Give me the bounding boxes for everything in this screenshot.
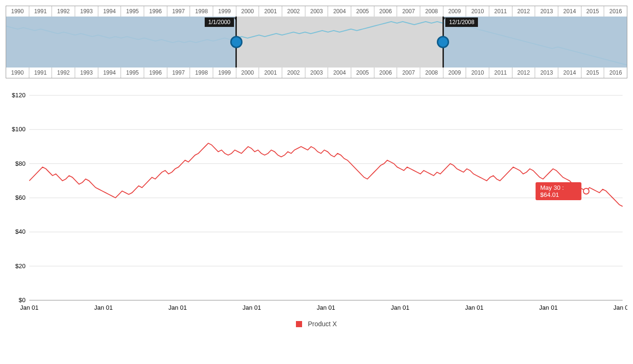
navigator-year-label: 2006: [374, 68, 398, 78]
range-start-tooltip: 1/1/2000: [205, 17, 234, 27]
svg-text:$60: $60: [15, 194, 26, 201]
navigator-year-label: 2000: [236, 68, 260, 78]
svg-text:$120: $120: [12, 92, 26, 99]
navigator-year-label: 1995: [121, 6, 144, 17]
navigator-year-label: 2016: [604, 68, 627, 78]
data-point-marker-icon: [583, 188, 590, 195]
navigator-year-label: 1999: [213, 68, 236, 78]
navigator-mask-left: [6, 17, 236, 68]
navigator-year-label: 2016: [604, 6, 627, 17]
svg-text:$100: $100: [12, 126, 26, 133]
navigator-year-label: 1999: [213, 6, 236, 17]
navigator-year-label: 1997: [167, 68, 191, 78]
navigator-year-label: 2015: [581, 68, 605, 78]
svg-text:$80: $80: [15, 160, 26, 167]
navigator-year-label: 2014: [558, 6, 581, 17]
navigator-year-label: 2015: [581, 6, 605, 17]
navigator-year-label: 1994: [98, 68, 121, 78]
navigator-year-label: 2000: [236, 6, 260, 17]
navigator-year-label: 2001: [259, 6, 282, 17]
navigator-year-label: 2011: [489, 6, 512, 17]
range-handle-knob-icon[interactable]: [230, 36, 243, 48]
navigator-year-label: 1991: [29, 6, 52, 17]
legend-swatch-icon: [296, 321, 302, 327]
navigator-year-label: 1997: [167, 6, 191, 17]
navigator-year-label: 2008: [420, 68, 443, 78]
navigator-year-label: 2007: [397, 6, 420, 17]
navigator-top-scale: 1990199119921993199419951996199719981999…: [6, 6, 627, 17]
navigator-year-label: 1998: [190, 6, 213, 17]
navigator-year-label: 1992: [52, 6, 75, 17]
data-point-tooltip: May 30 : $64.01: [536, 182, 581, 200]
navigator-year-label: 1996: [144, 6, 167, 17]
navigator-year-label: 2010: [466, 68, 489, 78]
navigator-track[interactable]: 1/1/2000 12/1/2008: [6, 17, 627, 68]
legend-label: Product X: [308, 320, 337, 328]
navigator-year-label: 1998: [190, 68, 213, 78]
navigator-year-label: 2011: [489, 68, 512, 78]
svg-text:Jan 01: Jan 01: [168, 304, 187, 311]
navigator-year-label: 1990: [6, 6, 29, 17]
svg-text:$20: $20: [15, 262, 26, 270]
chart-canvas: $0$20$40$60$80$100$120Jan 01Jan 01Jan 01…: [6, 92, 627, 313]
navigator-year-label: 2005: [351, 68, 374, 78]
navigator-year-label: 2012: [512, 68, 536, 78]
range-handle-start[interactable]: 1/1/2000: [235, 17, 237, 68]
svg-text:Jan 01: Jan 01: [243, 304, 261, 311]
navigator-year-label: 1993: [75, 6, 98, 17]
navigator-year-label: 2001: [259, 68, 282, 78]
navigator-year-label: 1990: [6, 68, 29, 78]
navigator-year-label: 1994: [98, 6, 121, 17]
navigator-year-label: 1995: [121, 68, 144, 78]
range-end-tooltip: 12/1/2008: [445, 17, 478, 27]
svg-text:Jan 01: Jan 01: [465, 304, 484, 311]
range-handle-knob-icon[interactable]: [437, 36, 449, 48]
svg-text:Jan 01: Jan 01: [539, 304, 558, 311]
chart-legend: Product X: [6, 320, 627, 328]
navigator-year-label: 2009: [443, 68, 467, 78]
navigator-year-label: 1991: [29, 68, 52, 78]
navigator-year-label: 2003: [305, 68, 329, 78]
navigator-bottom-scale: 1990199119921993199419951996199719981999…: [6, 68, 627, 78]
navigator-year-label: 2006: [374, 6, 398, 17]
svg-text:Jan 01: Jan 01: [391, 304, 409, 311]
svg-text:Jan 01: Jan 01: [613, 304, 627, 311]
navigator-year-label: 2007: [397, 68, 420, 78]
navigator-year-label: 2009: [443, 6, 467, 17]
navigator-year-label: 2004: [328, 68, 351, 78]
navigator-year-label: 2002: [282, 68, 305, 78]
svg-text:$40: $40: [15, 228, 26, 235]
navigator-year-label: 1996: [144, 68, 167, 78]
date-range-navigator[interactable]: 1990199119921993199419951996199719981999…: [6, 6, 627, 78]
navigator-year-label: 2003: [305, 6, 329, 17]
line-chart[interactable]: $0$20$40$60$80$100$120Jan 01Jan 01Jan 01…: [6, 92, 627, 313]
navigator-year-label: 2002: [282, 6, 305, 17]
navigator-year-label: 2012: [512, 6, 536, 17]
navigator-year-label: 2013: [535, 6, 558, 17]
svg-text:Jan 01: Jan 01: [317, 304, 335, 311]
navigator-year-label: 2004: [328, 6, 351, 17]
navigator-year-label: 2010: [466, 6, 489, 17]
svg-text:Jan 01: Jan 01: [20, 304, 38, 311]
svg-text:$0: $0: [19, 296, 26, 304]
navigator-year-label: 2014: [558, 68, 581, 78]
svg-text:Jan 01: Jan 01: [94, 304, 113, 311]
navigator-year-label: 1993: [75, 68, 98, 78]
range-handle-end[interactable]: 12/1/2008: [442, 17, 444, 68]
navigator-year-label: 2008: [420, 6, 443, 17]
navigator-year-label: 2005: [351, 6, 374, 17]
navigator-year-label: 2013: [535, 68, 558, 78]
navigator-year-label: 1992: [52, 68, 75, 78]
